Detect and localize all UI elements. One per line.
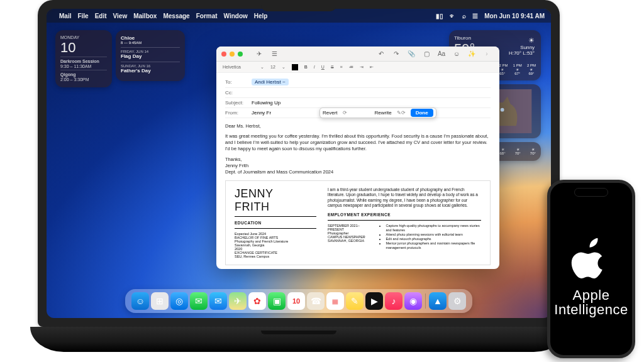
- dock-reminders[interactable]: ≣: [326, 292, 344, 310]
- search-icon[interactable]: ⌕: [462, 13, 466, 19]
- menu-view[interactable]: View: [113, 13, 128, 19]
- battery-icon[interactable]: ▮▯: [436, 13, 443, 19]
- iphone-overlay: AppleIntelligence: [547, 180, 635, 358]
- menu-edit[interactable]: Edit: [95, 13, 107, 19]
- weather-hilo: H:70° L:53°: [509, 50, 535, 56]
- apple-logo-icon: [569, 238, 613, 282]
- resume-education-heading: EDUCATION: [235, 221, 316, 225]
- dock-settings[interactable]: ⚙: [448, 292, 466, 310]
- underline-button[interactable]: U: [321, 65, 325, 69]
- bold-button[interactable]: B: [304, 65, 308, 69]
- resume-intro: I am a third-year student undergraduate …: [328, 187, 481, 209]
- dock-notes[interactable]: ✎: [346, 292, 364, 310]
- laptop-base: [30, 327, 567, 352]
- mail-compose-window: ✈︎ ☰ ↶ ↷ 📎 ▢ Aa ☺ ✨ › Helvetica⌄ 12⌄ B: [216, 47, 499, 269]
- dock-music[interactable]: ♪: [385, 292, 402, 310]
- phone-text-line2: Intelligence: [554, 302, 628, 317]
- laptop-notch: [261, 0, 336, 11]
- dock-finder[interactable]: ☺: [131, 292, 149, 310]
- resume-firstname: JENNY: [235, 187, 274, 200]
- align-button[interactable]: ≡: [340, 65, 343, 69]
- redo-icon[interactable]: ↷: [391, 50, 402, 58]
- writing-tools-icon[interactable]: ✨: [466, 50, 477, 58]
- resume-education: Expected June 2024BACHELOR OF FINE ARTSP…: [235, 232, 316, 258]
- revert-button[interactable]: Revert: [323, 110, 338, 116]
- calendar-widget[interactable]: MONDAY 10 Darkroom Session9:30 – 11:30AM…: [55, 30, 112, 87]
- calendar-weekday: MONDAY: [60, 35, 107, 40]
- compose-body[interactable]: Dear Ms. Herbst, It was great meeting yo…: [225, 118, 491, 175]
- emoji-icon[interactable]: ☺: [451, 50, 462, 58]
- dock-safari[interactable]: ◎: [170, 292, 188, 310]
- dock-tv[interactable]: ▶: [365, 292, 383, 310]
- done-button[interactable]: Done: [411, 109, 433, 117]
- dock-maps[interactable]: ✈: [229, 292, 247, 310]
- calendar-day: 10: [60, 40, 107, 55]
- menu-help[interactable]: Help: [254, 13, 268, 19]
- resume-employment: SEPTEMBER 2021–PRESENTPhotographerCAMPUS…: [328, 224, 370, 251]
- dock-messages[interactable]: ✉: [190, 292, 208, 310]
- format-icon[interactable]: Aa: [436, 50, 447, 58]
- subject-field[interactable]: Following Up: [252, 100, 491, 106]
- phone-text-line1: Apple: [573, 287, 610, 303]
- from-label: From:: [225, 110, 252, 116]
- text-color[interactable]: [292, 64, 298, 70]
- indent-left-icon[interactable]: ⇤: [370, 65, 374, 70]
- indent-right-icon[interactable]: ⇥: [360, 65, 364, 70]
- list-button[interactable]: ≔: [349, 65, 353, 70]
- dock-mail[interactable]: ✉: [209, 292, 227, 310]
- menu-message[interactable]: Message: [163, 13, 189, 19]
- photo-icon[interactable]: ▢: [421, 50, 432, 58]
- resume-lastname: FRITH: [235, 200, 270, 213]
- dock-calendar[interactable]: 10: [287, 292, 305, 310]
- dock-facetime[interactable]: ▣: [268, 292, 286, 310]
- dock-contacts[interactable]: ☎: [307, 292, 325, 310]
- cal-event-2: Qigong: [60, 72, 76, 77]
- events-widget[interactable]: Chloe8 — 9:45AM FRIDAY, JUN 14Flag Day S…: [116, 30, 185, 81]
- window-close[interactable]: [221, 52, 226, 57]
- menu-window[interactable]: Window: [224, 13, 248, 19]
- font-size[interactable]: 12: [270, 65, 275, 69]
- dock-photos[interactable]: ✿: [248, 292, 266, 310]
- menu-format[interactable]: Format: [196, 13, 218, 19]
- dock: ☺⊞◎✉✉✈✿▣10☎≣✎▶♪◉▲⚙: [125, 289, 472, 313]
- resume-attachment[interactable]: JENNYFRITH EDUCATION Expected June 2024B…: [225, 180, 491, 265]
- italic-button[interactable]: I: [314, 65, 315, 69]
- to-label: To:: [225, 79, 252, 85]
- cal-event-1: Darkroom Session: [60, 59, 99, 63]
- chevron-icon[interactable]: ›: [481, 50, 492, 58]
- recipient-chip[interactable]: Andi Herbst ~: [252, 79, 289, 85]
- writing-tools-popover: Revert⟳ Rewrite✎⟳ Done: [319, 107, 436, 118]
- font-select[interactable]: Helvetica: [223, 65, 254, 69]
- dock-podcasts[interactable]: ◉: [404, 292, 422, 310]
- compose-toolbar: ✈︎ ☰ ↶ ↷ 📎 ▢ Aa ☺ ✨ ›: [216, 47, 499, 62]
- format-bar: Helvetica⌄ 12⌄ B I U S ≡ ≔ ⇥ ⇤: [216, 62, 499, 73]
- window-zoom[interactable]: [238, 52, 243, 57]
- subject-label: Subject:: [225, 100, 252, 106]
- weather-condition: Sunny: [509, 45, 535, 50]
- dock-launchpad[interactable]: ⊞: [151, 292, 169, 310]
- attach-icon[interactable]: 📎: [406, 50, 417, 58]
- window-minimize[interactable]: [230, 52, 235, 57]
- dock-appstore[interactable]: ▲: [429, 292, 447, 310]
- svg-point-2: [501, 108, 504, 112]
- cc-label: Cc:: [225, 90, 252, 96]
- strike-button[interactable]: S: [331, 65, 334, 69]
- rewrite-button[interactable]: Rewrite: [375, 110, 392, 116]
- resume-employment-heading: EMPLOYMENT EXPERIENCE: [328, 212, 481, 217]
- wifi-icon[interactable]: ᯤ: [450, 13, 456, 19]
- iphone-dynamic-island: [574, 188, 608, 197]
- menubar-clock[interactable]: Mon Jun 10 9:41 AM: [484, 13, 545, 19]
- control-center-icon[interactable]: ☰: [472, 13, 478, 19]
- menu-mailbox[interactable]: Mailbox: [133, 13, 157, 19]
- send-icon[interactable]: ✈︎: [253, 50, 265, 58]
- header-fields-icon[interactable]: ☰: [269, 50, 280, 58]
- to-field[interactable]: Andi Herbst ~: [252, 79, 491, 85]
- menu-file[interactable]: File: [77, 13, 88, 19]
- app-name[interactable]: Mail: [59, 13, 71, 19]
- undo-icon[interactable]: ↶: [375, 50, 387, 58]
- resume-bullets: Capture high-quality photographs to acco…: [386, 224, 481, 251]
